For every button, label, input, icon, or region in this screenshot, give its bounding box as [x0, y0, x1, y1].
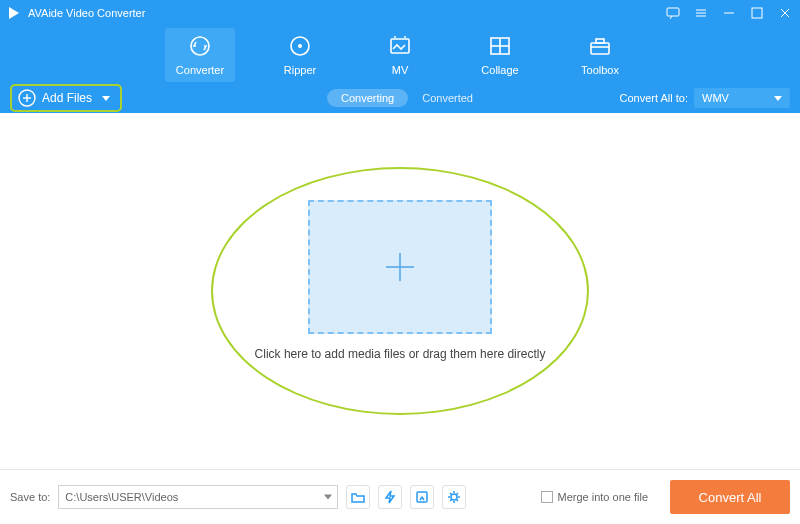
svg-rect-18: [591, 43, 609, 54]
svg-point-13: [394, 36, 396, 38]
convert-all-to-label: Convert All to:: [620, 92, 688, 104]
save-to-label: Save to:: [10, 491, 50, 503]
svg-point-28: [451, 494, 457, 500]
app-logo-icon: [6, 5, 22, 21]
gpu-accel-button[interactable]: [378, 485, 402, 509]
checkbox-icon: [541, 491, 553, 503]
svg-rect-6: [752, 8, 762, 18]
tab-label: Toolbox: [581, 64, 619, 76]
svg-rect-1: [667, 8, 679, 16]
close-icon[interactable]: [776, 4, 794, 22]
convert-all-label: Convert All: [699, 490, 762, 505]
chevron-down-icon: [774, 96, 782, 101]
drop-zone[interactable]: Click here to add media files or drag th…: [211, 167, 589, 415]
tab-ripper[interactable]: Ripper: [265, 28, 335, 82]
tab-label: Converter: [176, 64, 224, 76]
add-files-button[interactable]: Add Files: [10, 84, 122, 112]
collage-icon: [486, 32, 514, 60]
svg-marker-0: [9, 7, 19, 19]
chevron-down-icon: [102, 96, 110, 101]
converted-tab[interactable]: Converted: [422, 92, 473, 104]
converting-tab[interactable]: Converting: [327, 89, 408, 107]
merge-label: Merge into one file: [558, 491, 649, 503]
feedback-icon[interactable]: [664, 4, 682, 22]
svg-point-14: [404, 36, 406, 38]
ripper-icon: [286, 32, 314, 60]
plus-icon: [380, 247, 420, 287]
svg-rect-12: [391, 39, 409, 53]
svg-marker-26: [386, 491, 394, 503]
svg-point-11: [298, 44, 302, 48]
high-speed-button[interactable]: [410, 485, 434, 509]
app-title: AVAide Video Converter: [28, 7, 145, 19]
tab-mv[interactable]: MV: [365, 28, 435, 82]
tab-converter[interactable]: Converter: [165, 28, 235, 82]
svg-rect-19: [596, 39, 604, 43]
tab-toolbox[interactable]: Toolbox: [565, 28, 635, 82]
tab-label: MV: [392, 64, 409, 76]
minimize-icon[interactable]: [720, 4, 738, 22]
converter-icon: [186, 32, 214, 60]
drop-zone-box[interactable]: [308, 200, 492, 334]
save-path-input[interactable]: [58, 485, 338, 509]
add-files-label: Add Files: [42, 91, 92, 105]
output-format-select[interactable]: WMV: [694, 88, 790, 108]
output-format-value: WMV: [702, 92, 729, 104]
convert-all-button[interactable]: Convert All: [670, 480, 790, 514]
plus-circle-icon: [18, 89, 36, 107]
tab-label: Collage: [481, 64, 518, 76]
drop-zone-hint: Click here to add media files or drag th…: [255, 347, 546, 361]
tab-collage[interactable]: Collage: [465, 28, 535, 82]
merge-into-one-checkbox[interactable]: Merge into one file: [541, 491, 649, 503]
main-tabs: Converter Ripper MV Collage Toolbox: [0, 26, 800, 82]
settings-button[interactable]: [442, 485, 466, 509]
open-folder-button[interactable]: [346, 485, 370, 509]
mv-icon: [386, 32, 414, 60]
maximize-icon[interactable]: [748, 4, 766, 22]
tab-label: Ripper: [284, 64, 316, 76]
toolbox-icon: [586, 32, 614, 60]
menu-icon[interactable]: [692, 4, 710, 22]
